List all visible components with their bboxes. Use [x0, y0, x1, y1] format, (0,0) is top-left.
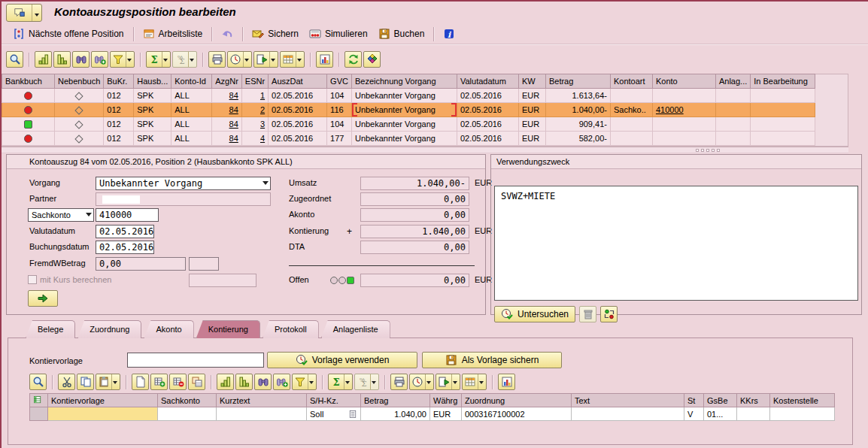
info-button[interactable] — [438, 26, 460, 41]
cell-hausb[interactable]: SPK — [134, 103, 171, 117]
row-selector-header[interactable] — [30, 394, 48, 407]
cell-betrag[interactable]: 582,00- — [545, 132, 610, 146]
graphic-button[interactable] — [498, 374, 515, 390]
cell-valutadatum[interactable]: 02.05.2016 — [457, 117, 518, 132]
choose-layout-button[interactable] — [462, 374, 487, 390]
vorlage-verwenden-button[interactable]: Vorlage verwenden — [267, 352, 417, 368]
column-header[interactable]: AzgNr — [212, 74, 242, 89]
cell-st[interactable]: V — [684, 407, 704, 421]
cell-anlag[interactable] — [715, 103, 750, 117]
column-header[interactable]: Kurztext — [217, 394, 307, 407]
cell-konto-id[interactable]: ALL — [171, 117, 212, 132]
sort-ascending-button[interactable] — [217, 374, 234, 390]
konto-link[interactable]: 410000 — [656, 105, 684, 114]
cell-konto-id[interactable]: ALL — [171, 103, 212, 117]
cell-azgnr[interactable]: 84 — [212, 103, 242, 117]
cell-kurztext[interactable] — [217, 407, 307, 421]
esnr-link[interactable]: 1 — [260, 91, 265, 100]
paste-button[interactable] — [96, 374, 120, 390]
cell-konto[interactable] — [652, 117, 715, 132]
cell-in-bearbeitung[interactable] — [751, 132, 815, 146]
views-button[interactable] — [409, 374, 434, 390]
column-header[interactable]: Kontiervorlage — [48, 394, 158, 407]
cell-esnr[interactable]: 3 — [241, 117, 268, 132]
toggle-display-change-button[interactable] — [600, 306, 618, 322]
chevron-down-icon[interactable] — [344, 374, 351, 389]
column-header[interactable]: Kontoart — [610, 74, 652, 89]
chevron-down-icon[interactable] — [308, 374, 314, 389]
column-header[interactable]: KKrs — [737, 394, 770, 407]
abc-analysis-button[interactable] — [363, 51, 381, 68]
cell-kontoart[interactable] — [610, 117, 652, 132]
chevron-down-icon[interactable] — [296, 52, 302, 67]
cell-bukr[interactable]: 012 — [104, 89, 134, 103]
cell-sh-kz[interactable]: Soll — [307, 407, 361, 421]
nebenbuch-cell[interactable] — [55, 103, 104, 117]
cell-konto-id[interactable]: ALL — [171, 89, 212, 103]
insert-row-button[interactable] — [150, 374, 168, 390]
cell-esnr[interactable]: 2 — [241, 103, 268, 117]
cell-auszdat[interactable]: 02.05.2016 — [269, 132, 327, 146]
next-open-item-button[interactable]: Nächste offene Position — [8, 26, 129, 41]
column-header[interactable]: Bankbuch — [2, 74, 55, 89]
column-header[interactable]: Konto-Id — [171, 74, 212, 89]
export-button[interactable] — [253, 51, 278, 68]
verwendungszweck-textarea[interactable]: SVWZ+MIETE — [494, 186, 858, 301]
azgnr-link[interactable]: 84 — [229, 120, 238, 129]
column-header[interactable]: Sachkonto — [158, 394, 217, 407]
chevron-down-icon[interactable] — [478, 374, 484, 389]
cell-azgnr[interactable]: 84 — [212, 89, 242, 103]
cell-zuordnung[interactable]: 0003167100002 — [462, 407, 572, 421]
tab-protokoll[interactable]: Protokoll — [263, 320, 319, 338]
save-button[interactable]: Sichern — [247, 26, 304, 41]
splitter-handle-icon[interactable] — [696, 149, 720, 152]
views-button[interactable] — [227, 51, 252, 68]
export-button[interactable] — [436, 374, 460, 390]
cell-esnr[interactable]: 4 — [241, 132, 268, 146]
cell-gvc[interactable]: 177 — [327, 132, 352, 146]
column-header[interactable]: Kostenstelle — [770, 394, 835, 407]
column-header[interactable]: AuszDat — [269, 74, 327, 89]
esnr-link[interactable]: 3 — [260, 120, 265, 129]
als-vorlage-sichern-button[interactable]: Als Vorlage sichern — [422, 352, 562, 368]
cell-auszdat[interactable]: 02.05.2016 — [269, 89, 327, 103]
cell-gvc[interactable]: 116 — [327, 103, 352, 117]
cell-konto[interactable]: 410000 — [652, 103, 715, 117]
cell-betrag[interactable]: 1.040,00 — [361, 407, 430, 421]
simulate-button[interactable]: Simulieren — [304, 26, 373, 41]
chevron-down-icon[interactable] — [269, 52, 276, 67]
column-header[interactable]: Bezeichnung Vorgang — [351, 74, 457, 89]
sum-button[interactable] — [328, 374, 353, 390]
horizontal-splitter[interactable] — [2, 147, 848, 153]
column-header[interactable]: KW — [518, 74, 545, 89]
print-button[interactable] — [208, 51, 226, 68]
column-header[interactable]: Betrag — [545, 74, 610, 89]
status-cell[interactable] — [2, 117, 55, 132]
cell-anlag[interactable] — [715, 89, 750, 103]
column-header[interactable]: Nebenbuch — [55, 74, 104, 89]
column-header[interactable]: Währg — [430, 394, 462, 407]
cell-esnr[interactable]: 1 — [241, 89, 268, 103]
details-button[interactable] — [6, 51, 23, 68]
azgnr-link[interactable]: 84 — [229, 134, 238, 143]
tab-anlagenliste[interactable]: Anlagenliste — [321, 320, 390, 338]
column-header[interactable]: Text — [572, 394, 684, 407]
chevron-down-icon[interactable] — [425, 374, 432, 389]
cell-azgnr[interactable]: 84 — [212, 132, 242, 146]
copy-button[interactable] — [77, 374, 94, 390]
cell-betrag[interactable]: 1.040,00- — [545, 103, 610, 117]
cell-kkrs[interactable] — [737, 407, 770, 421]
chevron-down-icon[interactable] — [243, 52, 250, 67]
cell-kw[interactable]: EUR — [518, 117, 545, 132]
cell-anlag[interactable] — [715, 132, 750, 146]
cell-konto[interactable] — [652, 89, 715, 103]
cell-valutadatum[interactable]: 02.05.2016 — [457, 89, 518, 103]
column-header[interactable]: Konto — [652, 74, 715, 89]
cell-bezeichnung[interactable]: Unbekannter Vorgang — [351, 132, 457, 146]
status-cell[interactable] — [2, 89, 55, 103]
find-button[interactable] — [72, 51, 90, 68]
column-header[interactable]: BuKr. — [104, 74, 134, 89]
cell-gvc[interactable]: 104 — [327, 89, 352, 103]
cell-auszdat[interactable]: 02.05.2016 — [269, 103, 327, 117]
cell-kontoart[interactable]: Sachko.. — [610, 103, 652, 117]
